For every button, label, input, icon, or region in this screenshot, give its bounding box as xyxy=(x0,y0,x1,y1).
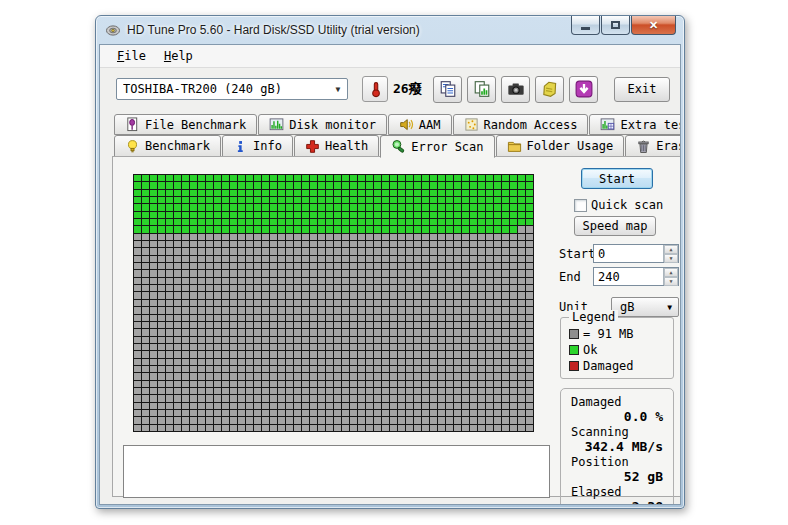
scan-block xyxy=(238,292,246,299)
tab-error-scan[interactable]: Error Scan xyxy=(380,135,494,158)
scan-block xyxy=(150,219,158,226)
scan-block xyxy=(302,219,310,226)
scan-block xyxy=(150,285,158,292)
scan-block xyxy=(238,329,246,336)
quick-scan-option[interactable]: Quick scan xyxy=(574,198,663,212)
scan-block xyxy=(526,197,534,204)
scan-block xyxy=(302,329,310,336)
tab-folder-usage[interactable]: Folder Usage xyxy=(496,135,625,157)
stat-label-scanning: Scanning xyxy=(571,425,665,439)
tab-file-benchmark[interactable]: File Benchmark xyxy=(114,114,257,135)
scan-block xyxy=(142,292,150,299)
scan-block xyxy=(222,395,230,402)
scan-block xyxy=(446,197,454,204)
temperature-button[interactable] xyxy=(362,76,388,102)
scan-block xyxy=(494,219,502,226)
scan-block xyxy=(374,219,382,226)
scan-block xyxy=(182,212,190,219)
scan-block xyxy=(342,256,350,263)
scan-block xyxy=(214,182,222,189)
scan-block xyxy=(350,204,358,211)
scan-block xyxy=(190,366,198,373)
scan-block xyxy=(286,329,294,336)
scan-block xyxy=(134,256,142,263)
scan-block xyxy=(134,351,142,358)
scan-block xyxy=(366,395,374,402)
scan-block xyxy=(278,315,286,322)
scan-block xyxy=(470,344,478,351)
spin-down-icon[interactable]: ▼ xyxy=(664,277,678,286)
scan-block xyxy=(398,329,406,336)
scan-block xyxy=(206,410,214,417)
spin-down-icon[interactable]: ▼ xyxy=(664,254,678,263)
copy-image-button[interactable] xyxy=(467,76,496,103)
spin-up-icon[interactable]: ▲ xyxy=(664,268,678,277)
scan-block xyxy=(510,256,518,263)
tab-health[interactable]: Health xyxy=(294,135,379,157)
scan-block xyxy=(150,278,158,285)
scan-block xyxy=(334,256,342,263)
scan-block xyxy=(526,175,534,182)
scan-block xyxy=(350,263,358,270)
scan-block xyxy=(518,344,526,351)
scan-block xyxy=(294,285,302,292)
toolbar: TOSHIBA-TR200 (240 gB) ▼ 26癈 Exit xyxy=(100,69,680,109)
menu-item-help[interactable]: Help xyxy=(155,46,202,66)
scan-block xyxy=(374,403,382,410)
save-button[interactable] xyxy=(535,76,564,103)
scan-block xyxy=(446,204,454,211)
tab-extra-tests[interactable]: Extra tests xyxy=(589,114,681,135)
speed-map-button[interactable]: Speed map xyxy=(574,216,656,236)
scan-block xyxy=(526,248,534,255)
scan-block xyxy=(414,337,422,344)
scan-block xyxy=(398,234,406,241)
scan-block xyxy=(438,359,446,366)
tab-label: Disk monitor xyxy=(289,118,376,132)
copy-button[interactable] xyxy=(433,76,462,103)
tab-aam[interactable]: AAM xyxy=(388,114,452,135)
unit-dropdown[interactable]: gB ▼ xyxy=(611,297,679,317)
start-button[interactable]: Start xyxy=(581,168,653,189)
tab-erase[interactable]: Erase xyxy=(625,135,681,157)
scan-block xyxy=(446,182,454,189)
scan-block xyxy=(158,212,166,219)
minimize-button[interactable] xyxy=(571,16,600,35)
quick-scan-checkbox[interactable] xyxy=(574,199,587,212)
tab-benchmark[interactable]: Benchmark xyxy=(114,135,221,157)
scan-block xyxy=(366,381,374,388)
scan-block xyxy=(494,256,502,263)
spin-up-icon[interactable]: ▲ xyxy=(664,245,678,254)
tab-random-access[interactable]: Random Access xyxy=(453,114,589,135)
maximize-button[interactable] xyxy=(601,16,630,35)
download-button[interactable] xyxy=(569,76,598,103)
tab-disk-monitor[interactable]: Disk monitor xyxy=(258,114,387,135)
drive-selector[interactable]: TOSHIBA-TR200 (240 gB) ▼ xyxy=(116,78,348,100)
tab-info[interactable]: Info xyxy=(222,135,293,157)
end-input[interactable] xyxy=(594,268,663,285)
scan-block xyxy=(326,204,334,211)
scan-block xyxy=(406,381,414,388)
scan-block xyxy=(470,337,478,344)
scan-block xyxy=(398,388,406,395)
title-bar[interactable]: HD Tune Pro 5.60 - Hard Disk/SSD Utility… xyxy=(96,16,684,44)
scan-block xyxy=(382,410,390,417)
scan-block xyxy=(366,212,374,219)
close-button[interactable]: ✕ xyxy=(631,16,676,35)
exit-button[interactable]: Exit xyxy=(614,77,670,102)
scan-block xyxy=(254,337,262,344)
scan-block xyxy=(238,248,246,255)
scan-block xyxy=(206,226,214,233)
scan-block xyxy=(254,417,262,424)
scan-block xyxy=(342,175,350,182)
start-input[interactable] xyxy=(594,245,663,262)
scan-block xyxy=(430,300,438,307)
menu-item-file[interactable]: File xyxy=(108,46,155,66)
scan-block xyxy=(502,344,510,351)
scan-block xyxy=(414,403,422,410)
scan-block xyxy=(174,197,182,204)
scan-block xyxy=(374,248,382,255)
scan-block xyxy=(518,248,526,255)
camera-button[interactable] xyxy=(501,76,530,103)
scan-block xyxy=(238,226,246,233)
scan-block xyxy=(134,403,142,410)
